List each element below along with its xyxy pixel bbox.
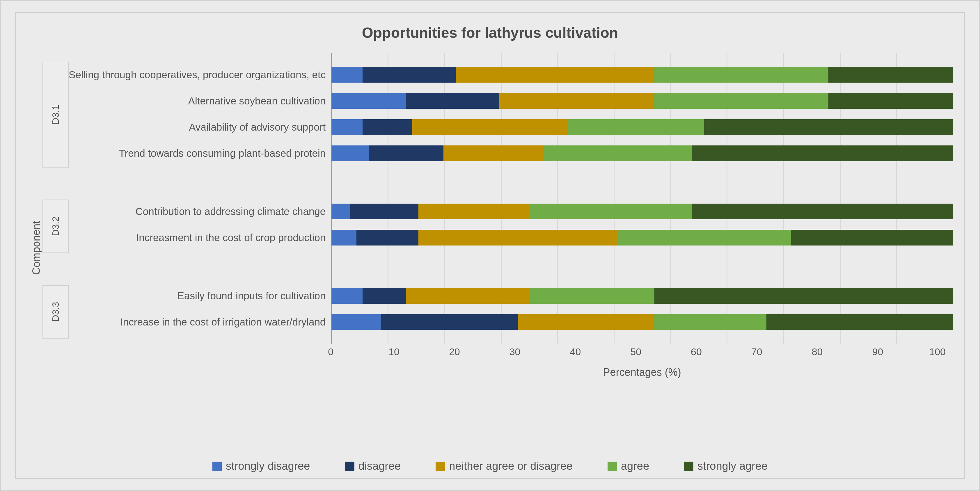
legend-item: disagree <box>345 460 401 472</box>
x-tick-label: 80 <box>812 346 872 358</box>
stacked-bar <box>331 203 953 219</box>
spacer <box>43 253 69 285</box>
bar-segment <box>418 230 617 246</box>
chart-frame: Opportunities for lathyrus cultivation C… <box>0 0 980 491</box>
x-tick-label: 40 <box>570 346 630 358</box>
stacked-bar <box>331 288 953 303</box>
legend-item: agree <box>608 460 649 472</box>
bar-segment <box>530 288 654 303</box>
bar-segment <box>406 288 530 303</box>
bar-segment <box>331 119 363 135</box>
bar-segment <box>331 230 356 246</box>
group-label: D3.3 <box>50 302 61 322</box>
stacked-bar <box>331 67 953 83</box>
bar-segment <box>350 203 418 219</box>
x-tick-label: 90 <box>872 346 932 358</box>
spacer <box>43 338 69 347</box>
bar-segment <box>331 93 406 109</box>
bar-row <box>331 88 953 114</box>
legend-item: strongly agree <box>684 460 768 472</box>
x-tick-label: 50 <box>630 346 691 358</box>
category-label: Alternative soybean cultivation <box>69 88 331 114</box>
bar-segment <box>767 314 953 330</box>
bar-row <box>331 283 953 309</box>
bar-segment <box>331 145 369 161</box>
legend-label: neither agree or disagree <box>449 460 573 472</box>
spacer <box>69 53 331 62</box>
bar-row <box>331 309 953 335</box>
x-tick-label: 70 <box>751 346 812 358</box>
x-tick-label: 0 <box>328 346 388 358</box>
bar-segment <box>654 93 829 109</box>
y-axis-label: Component <box>27 53 43 442</box>
legend-swatch <box>345 462 355 471</box>
x-tick-label: 60 <box>691 346 751 358</box>
bar-row <box>331 114 953 140</box>
bar-segment <box>444 145 543 161</box>
category-labels-column: Selling through cooperatives, producer o… <box>69 53 331 442</box>
category-label: Increasment in the cost of crop producti… <box>69 224 331 251</box>
bar-segment <box>456 67 654 83</box>
bar-segment <box>829 67 953 83</box>
bar-segment <box>356 230 418 246</box>
x-axis-label: Percentages (%) <box>331 366 953 378</box>
plot-column: 0102030405060708090100 Percentages (%) <box>331 53 953 442</box>
legend-swatch <box>608 462 617 471</box>
bar-segment <box>369 145 443 161</box>
bar-segment <box>704 119 953 135</box>
bar-row <box>331 224 953 251</box>
category-label: Easily found inputs for cultivation <box>69 283 331 309</box>
stacked-bar <box>331 145 953 161</box>
spacer <box>69 166 331 199</box>
bar-segment <box>418 203 530 219</box>
chart-title: Opportunities for lathyrus cultivation <box>27 24 953 41</box>
spacer <box>331 335 953 344</box>
bar-segment <box>331 314 381 330</box>
x-tick-label: 30 <box>509 346 570 358</box>
category-label: Trend towards consuming plant-based prot… <box>69 140 331 166</box>
spacer <box>331 166 953 199</box>
bar-segment <box>331 203 350 219</box>
legend-swatch <box>684 462 694 471</box>
spacer <box>43 53 69 62</box>
bar-row <box>331 140 953 166</box>
bar-segment <box>363 288 406 303</box>
bar-segment <box>530 203 692 219</box>
legend-label: strongly disagree <box>226 460 310 472</box>
bar-row <box>331 199 953 224</box>
spacer <box>43 168 69 200</box>
legend-label: disagree <box>358 460 401 472</box>
legend-label: strongly agree <box>697 460 768 472</box>
bar-segment <box>363 67 456 83</box>
category-label: Availability of advisory support <box>69 114 331 140</box>
bar-rows <box>331 53 953 344</box>
legend-swatch <box>212 462 222 471</box>
legend-swatch <box>436 462 445 471</box>
stacked-bar <box>331 314 953 330</box>
spacer <box>69 251 331 283</box>
bar-segment <box>412 119 568 135</box>
spacer <box>331 53 953 62</box>
group-box: D3.2 <box>43 200 69 253</box>
x-tick-label: 10 <box>388 346 449 358</box>
group-box: D3.3 <box>43 285 69 338</box>
x-axis-ticks: 0102030405060708090100 <box>331 344 953 358</box>
group-labels-column: D3.1D3.2D3.3 <box>43 53 69 442</box>
bar-segment <box>567 119 704 135</box>
stacked-bar <box>331 119 953 135</box>
bar-row <box>331 62 953 88</box>
category-label: Selling through cooperatives, producer o… <box>69 62 331 88</box>
legend-item: strongly disagree <box>212 460 310 472</box>
group-label: D3.2 <box>50 216 61 236</box>
group-label: D3.1 <box>50 105 61 124</box>
legend: strongly disagreedisagreeneither agree o… <box>27 460 953 472</box>
bar-segment <box>654 314 766 330</box>
left-columns: D3.1D3.2D3.3 Selling through cooperative… <box>43 53 331 442</box>
bar-segment <box>381 314 518 330</box>
bar-segment <box>692 145 953 161</box>
bar-segment <box>829 93 953 109</box>
bar-segment <box>406 93 499 109</box>
plot-area <box>331 53 953 344</box>
category-label: Contribution to addressing climate chang… <box>69 199 331 224</box>
bar-segment <box>654 288 953 303</box>
